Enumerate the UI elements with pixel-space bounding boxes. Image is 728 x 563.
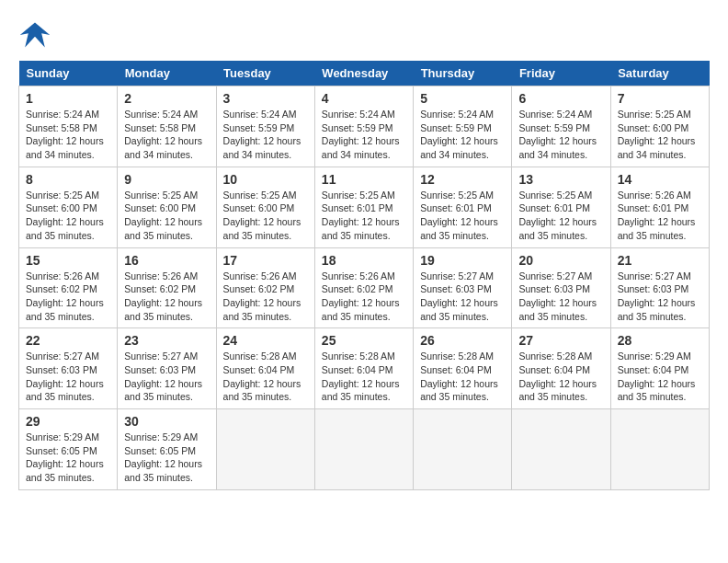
day-info: Sunrise: 5:28 AM Sunset: 6:04 PM Dayligh… bbox=[518, 350, 603, 404]
sunrise-label: Sunrise: 5:25 AM bbox=[223, 190, 297, 201]
sunset-label: Sunset: 5:59 PM bbox=[223, 122, 295, 133]
sunset-label: Sunset: 6:01 PM bbox=[518, 202, 590, 213]
empty-cell bbox=[610, 409, 709, 490]
day-info: Sunrise: 5:29 AM Sunset: 6:05 PM Dayligh… bbox=[124, 431, 209, 485]
logo-icon bbox=[18, 18, 51, 52]
day-info: Sunrise: 5:26 AM Sunset: 6:02 PM Dayligh… bbox=[26, 270, 110, 324]
day-cell: 6 Sunrise: 5:24 AM Sunset: 5:59 PM Dayli… bbox=[512, 86, 610, 167]
sunrise-label: Sunrise: 5:26 AM bbox=[26, 270, 99, 282]
day-info: Sunrise: 5:27 AM Sunset: 6:03 PM Dayligh… bbox=[618, 270, 702, 324]
day-cell: 24 Sunrise: 5:28 AM Sunset: 6:04 PM Dayl… bbox=[216, 328, 314, 409]
empty-cell bbox=[216, 409, 314, 490]
daylight-label: Daylight: 12 hours and 34 minutes. bbox=[420, 135, 498, 160]
sunset-label: Sunset: 6:04 PM bbox=[322, 364, 393, 375]
day-info: Sunrise: 5:26 AM Sunset: 6:01 PM Dayligh… bbox=[618, 189, 702, 243]
sunrise-label: Sunrise: 5:26 AM bbox=[124, 270, 198, 282]
day-number: 20 bbox=[518, 253, 603, 268]
daylight-label: Daylight: 12 hours and 35 minutes. bbox=[223, 297, 301, 322]
sunset-label: Sunset: 6:01 PM bbox=[322, 202, 393, 213]
day-number: 8 bbox=[26, 172, 110, 187]
day-number: 13 bbox=[518, 172, 603, 187]
day-info: Sunrise: 5:27 AM Sunset: 6:03 PM Dayligh… bbox=[518, 270, 603, 324]
day-cell: 29 Sunrise: 5:29 AM Sunset: 6:05 PM Dayl… bbox=[19, 409, 118, 490]
daylight-label: Daylight: 12 hours and 35 minutes. bbox=[26, 458, 104, 483]
day-cell: 12 Sunrise: 5:25 AM Sunset: 6:01 PM Dayl… bbox=[414, 167, 512, 247]
daylight-label: Daylight: 12 hours and 35 minutes. bbox=[518, 216, 597, 241]
day-info: Sunrise: 5:25 AM Sunset: 6:00 PM Dayligh… bbox=[26, 189, 110, 243]
daylight-label: Daylight: 12 hours and 35 minutes. bbox=[26, 378, 104, 403]
sunset-label: Sunset: 6:03 PM bbox=[618, 283, 689, 294]
daylight-label: Daylight: 12 hours and 35 minutes. bbox=[618, 297, 696, 322]
calendar-row: 15 Sunrise: 5:26 AM Sunset: 6:02 PM Dayl… bbox=[19, 247, 710, 328]
sunset-label: Sunset: 5:59 PM bbox=[420, 122, 492, 133]
logo bbox=[18, 18, 55, 52]
sunrise-label: Sunrise: 5:25 AM bbox=[618, 109, 691, 120]
day-info: Sunrise: 5:25 AM Sunset: 6:00 PM Dayligh… bbox=[223, 189, 308, 243]
sunset-label: Sunset: 5:58 PM bbox=[26, 122, 97, 133]
sunset-label: Sunset: 6:04 PM bbox=[420, 364, 492, 375]
daylight-label: Daylight: 12 hours and 35 minutes. bbox=[223, 216, 301, 241]
day-number: 4 bbox=[322, 91, 406, 106]
sunrise-label: Sunrise: 5:27 AM bbox=[618, 270, 691, 282]
day-number: 26 bbox=[420, 333, 505, 348]
calendar-row: 29 Sunrise: 5:29 AM Sunset: 6:05 PM Dayl… bbox=[19, 409, 710, 490]
day-number: 30 bbox=[124, 414, 209, 429]
daylight-label: Daylight: 12 hours and 35 minutes. bbox=[124, 458, 202, 483]
daylight-label: Daylight: 12 hours and 35 minutes. bbox=[420, 216, 498, 241]
day-cell: 7 Sunrise: 5:25 AM Sunset: 6:00 PM Dayli… bbox=[610, 86, 709, 167]
day-info: Sunrise: 5:26 AM Sunset: 6:02 PM Dayligh… bbox=[322, 270, 406, 324]
calendar-row: 22 Sunrise: 5:27 AM Sunset: 6:03 PM Dayl… bbox=[19, 328, 710, 409]
day-info: Sunrise: 5:29 AM Sunset: 6:04 PM Dayligh… bbox=[618, 350, 702, 404]
sunset-label: Sunset: 6:00 PM bbox=[223, 202, 295, 213]
day-number: 22 bbox=[26, 333, 110, 348]
day-info: Sunrise: 5:27 AM Sunset: 6:03 PM Dayligh… bbox=[124, 350, 209, 404]
sunrise-label: Sunrise: 5:27 AM bbox=[420, 270, 494, 282]
sunrise-label: Sunrise: 5:29 AM bbox=[124, 431, 198, 442]
daylight-label: Daylight: 12 hours and 35 minutes. bbox=[518, 378, 597, 403]
sunrise-label: Sunrise: 5:27 AM bbox=[518, 270, 592, 282]
sunset-label: Sunset: 5:59 PM bbox=[518, 122, 590, 133]
sunset-label: Sunset: 6:03 PM bbox=[420, 283, 492, 294]
day-number: 3 bbox=[223, 91, 308, 106]
daylight-label: Daylight: 12 hours and 35 minutes. bbox=[26, 216, 104, 241]
day-number: 28 bbox=[618, 333, 702, 348]
sunrise-label: Sunrise: 5:26 AM bbox=[618, 190, 691, 201]
daylight-label: Daylight: 12 hours and 34 minutes. bbox=[124, 135, 202, 160]
sunrise-label: Sunrise: 5:25 AM bbox=[420, 190, 494, 201]
day-cell: 9 Sunrise: 5:25 AM Sunset: 6:00 PM Dayli… bbox=[118, 167, 216, 247]
day-info: Sunrise: 5:25 AM Sunset: 6:01 PM Dayligh… bbox=[518, 189, 603, 243]
day-cell: 13 Sunrise: 5:25 AM Sunset: 6:01 PM Dayl… bbox=[512, 167, 610, 247]
calendar-table: SundayMondayTuesdayWednesdayThursdayFrid… bbox=[18, 61, 710, 490]
day-number: 17 bbox=[223, 253, 308, 268]
weekday-header-thursday: Thursday bbox=[414, 61, 512, 86]
sunset-label: Sunset: 6:02 PM bbox=[223, 283, 295, 294]
daylight-label: Daylight: 12 hours and 35 minutes. bbox=[124, 216, 202, 241]
day-info: Sunrise: 5:24 AM Sunset: 5:58 PM Dayligh… bbox=[124, 108, 209, 162]
day-number: 24 bbox=[223, 333, 308, 348]
sunrise-label: Sunrise: 5:28 AM bbox=[420, 350, 494, 362]
weekday-header-monday: Monday bbox=[118, 61, 216, 86]
day-cell: 28 Sunrise: 5:29 AM Sunset: 6:04 PM Dayl… bbox=[610, 328, 709, 409]
daylight-label: Daylight: 12 hours and 35 minutes. bbox=[618, 378, 696, 403]
day-number: 25 bbox=[322, 333, 406, 348]
daylight-label: Daylight: 12 hours and 35 minutes. bbox=[618, 216, 696, 241]
sunrise-label: Sunrise: 5:28 AM bbox=[223, 350, 297, 362]
day-cell: 4 Sunrise: 5:24 AM Sunset: 5:59 PM Dayli… bbox=[314, 86, 413, 167]
sunset-label: Sunset: 6:02 PM bbox=[124, 283, 196, 294]
day-info: Sunrise: 5:26 AM Sunset: 6:02 PM Dayligh… bbox=[124, 270, 209, 324]
day-cell: 14 Sunrise: 5:26 AM Sunset: 6:01 PM Dayl… bbox=[610, 167, 709, 247]
empty-cell bbox=[414, 409, 512, 490]
day-info: Sunrise: 5:25 AM Sunset: 6:01 PM Dayligh… bbox=[420, 189, 505, 243]
sunset-label: Sunset: 6:01 PM bbox=[618, 202, 689, 213]
day-cell: 11 Sunrise: 5:25 AM Sunset: 6:01 PM Dayl… bbox=[314, 167, 413, 247]
day-cell: 3 Sunrise: 5:24 AM Sunset: 5:59 PM Dayli… bbox=[216, 86, 314, 167]
sunrise-label: Sunrise: 5:29 AM bbox=[26, 431, 99, 442]
day-info: Sunrise: 5:24 AM Sunset: 5:59 PM Dayligh… bbox=[518, 108, 603, 162]
day-number: 6 bbox=[518, 91, 603, 106]
day-info: Sunrise: 5:28 AM Sunset: 6:04 PM Dayligh… bbox=[322, 350, 406, 404]
day-number: 19 bbox=[420, 253, 505, 268]
day-cell: 15 Sunrise: 5:26 AM Sunset: 6:02 PM Dayl… bbox=[19, 247, 118, 328]
empty-cell bbox=[314, 409, 413, 490]
sunrise-label: Sunrise: 5:24 AM bbox=[322, 109, 395, 120]
sunset-label: Sunset: 6:00 PM bbox=[618, 122, 689, 133]
